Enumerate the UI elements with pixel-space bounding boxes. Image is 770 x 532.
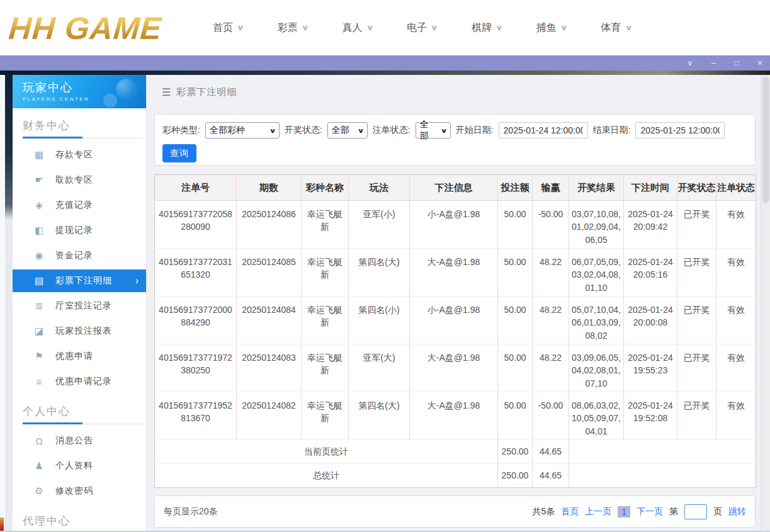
col-bet-id: 注单号 xyxy=(155,175,237,201)
next-page-link[interactable]: 下一页 xyxy=(637,506,663,518)
cell-bet-amount: 50.00 xyxy=(498,249,533,297)
sidebar-title: 玩家中心 xyxy=(23,80,146,95)
cell-bet-time: 2025-01-24 19:52:08 xyxy=(624,392,677,440)
window-menu-icon[interactable]: ∨ xyxy=(685,59,695,67)
sidebar-item-funds-record[interactable]: ◉ 资金记录 xyxy=(13,243,146,268)
total-count: 共5条 xyxy=(532,506,555,518)
cell-draw-status: 已开奖 xyxy=(677,392,716,440)
cell-bet-amount: 50.00 xyxy=(498,297,533,344)
summary-empty xyxy=(569,464,756,488)
sidebar-item-lottery-bet-detail[interactable]: ▤ 彩票下注明细 › xyxy=(13,269,146,292)
cell-bet-status: 有效 xyxy=(716,344,756,392)
cell-period: 20250124082 xyxy=(237,392,302,440)
cell-period: 20250124084 xyxy=(237,297,302,344)
nav-item-fishing[interactable]: 捕鱼 ∨ xyxy=(536,21,567,35)
sidebar-item-label: 厅室投注记录 xyxy=(55,300,112,312)
col-win-loss: 输赢 xyxy=(533,175,569,201)
sidebar-item-deposit[interactable]: ▦ 存款专区 xyxy=(13,142,146,167)
prev-page-link[interactable]: 上一页 xyxy=(585,506,611,518)
nav-item-boardgames[interactable]: 棋牌 ∨ xyxy=(472,21,502,35)
sidebar-item-label: 优惠申请 xyxy=(55,351,93,362)
summary-row-total: 总统计 250.00 44.65 xyxy=(155,464,756,488)
cell-win-loss: 48.22 xyxy=(533,344,569,392)
nav-item-sports[interactable]: 体育 ∨ xyxy=(601,21,632,35)
cell-play: 第四名(大) xyxy=(349,249,410,297)
cell-draw-result: 05,07,10,04,06,01,03,09,08,02 xyxy=(569,297,624,344)
sidebar-item-profile[interactable]: ♟ 个人资料 xyxy=(13,453,146,478)
sidebar-item-hall-bet-record[interactable]: ≣ 厅室投注记录 xyxy=(13,293,146,319)
record-list-icon: ≣ xyxy=(33,300,45,312)
sidebar-item-messages[interactable]: Ω 消息公告 xyxy=(13,428,146,453)
jump-link[interactable]: 跳转 xyxy=(728,506,746,518)
purse-icon: ◉ xyxy=(33,250,45,261)
filter-panel: 彩种类型: 全部彩种 ∨ 开奖状态: 全部 ∨ 注单状态: 全部 ∨ xyxy=(154,114,756,166)
sidebar-item-label: 提现记录 xyxy=(55,225,93,236)
first-page-link[interactable]: 首页 xyxy=(561,506,579,518)
money-bag-icon: ◈ xyxy=(33,200,45,211)
lottery-type-select[interactable]: 全部彩种 ∨ xyxy=(205,122,280,139)
nav-item-lottery[interactable]: 彩票 ∨ xyxy=(278,21,309,35)
person-icon: ♟ xyxy=(33,460,45,472)
current-page-badge[interactable]: 1 xyxy=(618,506,630,518)
jump-prefix: 第 xyxy=(669,506,678,518)
sidebar-item-recharge-record[interactable]: ◈ 充值记录 xyxy=(13,193,146,218)
summary-win-total: 44.65 xyxy=(533,464,569,488)
sidebar-item-withdraw[interactable]: ☛ 取款专区 xyxy=(13,167,146,193)
wallet-icon: ◧ xyxy=(33,225,45,236)
maximize-icon[interactable]: □ xyxy=(732,59,742,67)
col-play: 玩法 xyxy=(349,175,410,201)
table-row: 401569173772031651320 20250124085 幸运飞艇新 … xyxy=(155,249,756,297)
col-draw-result: 开奖结果 xyxy=(569,175,624,201)
search-button[interactable]: 查询 xyxy=(162,144,196,162)
sidebar-item-change-password[interactable]: ⚙ 修改密码 xyxy=(13,478,146,504)
sidebar-item-label: 消息公告 xyxy=(55,435,93,446)
scrollbar-thumb[interactable] xyxy=(762,77,769,203)
end-date-input[interactable] xyxy=(635,122,725,139)
close-icon[interactable]: × xyxy=(755,59,765,67)
vertical-scrollbar[interactable] xyxy=(761,75,770,532)
chevron-down-icon: ∨ xyxy=(495,23,504,32)
table-row: 401569173772058280090 20250124086 幸运飞艇新 … xyxy=(155,201,756,249)
brand-logo[interactable]: HH GAME xyxy=(8,6,164,50)
col-bet-info: 下注信息 xyxy=(410,175,498,201)
nav-item-label: 电子 xyxy=(407,21,427,35)
summary-row-current-page: 当前页统计 250.00 44.65 xyxy=(155,440,756,464)
chevron-down-icon: ∨ xyxy=(625,23,633,32)
sidebar-item-promo-apply[interactable]: ⚑ 优惠申请 xyxy=(13,344,146,369)
nav-item-live[interactable]: 真人 ∨ xyxy=(343,21,373,35)
chevron-down-icon: ∨ xyxy=(431,23,439,32)
cell-period: 20250124083 xyxy=(237,344,302,392)
cell-lottery-name: 幸运飞艇新 xyxy=(302,201,349,249)
jump-suffix: 页 xyxy=(713,506,722,518)
sidebar-item-label: 修改密码 xyxy=(55,485,93,497)
col-bet-time: 下注时间 xyxy=(624,175,677,201)
start-date-input[interactable] xyxy=(499,122,588,139)
cell-bet-amount: 50.00 xyxy=(498,344,533,392)
cell-draw-result: 06,07,05,09,03,02,04,08,01,10 xyxy=(569,249,624,297)
cell-bet-time: 2025-01-24 20:09:42 xyxy=(624,201,677,249)
nav-item-slots[interactable]: 电子 ∨ xyxy=(407,21,438,35)
bets-table: 注单号 期数 彩种名称 玩法 下注信息 投注额 输赢 开奖结果 下注时间 开奖状… xyxy=(154,174,756,488)
window-controls: ∨ − □ × xyxy=(685,55,765,71)
hamburger-icon[interactable]: ☰ xyxy=(162,86,171,98)
cell-bet-time: 2025-01-24 20:00:08 xyxy=(624,297,677,344)
lottery-type-label: 彩种类型: xyxy=(162,125,200,136)
cell-bet-info: 大-A盘@1.98 xyxy=(410,249,498,297)
sidebar-item-player-bet-report[interactable]: ◪ 玩家投注报表 xyxy=(13,319,146,344)
chevron-down-icon: ∨ xyxy=(560,23,568,32)
cell-win-loss: -50.00 xyxy=(533,392,569,440)
nav-item-label: 彩票 xyxy=(278,21,298,35)
sidebar-item-withdrawal-record[interactable]: ◧ 提现记录 xyxy=(13,218,146,243)
sidebar-subtitle: PLAYERS CENTER xyxy=(23,96,146,102)
sidebar-item-promo-apply-record[interactable]: ≡ 优惠申请记录 xyxy=(13,369,146,394)
nav-item-home[interactable]: 首页 ∨ xyxy=(213,21,244,35)
cell-bet-amount: 50.00 xyxy=(498,201,533,249)
end-date-label: 结束日期: xyxy=(593,125,631,136)
jump-page-input[interactable] xyxy=(684,504,707,519)
minimize-icon[interactable]: − xyxy=(708,59,718,67)
bet-status-select[interactable]: 全部 ∨ xyxy=(416,122,451,139)
cell-bet-status: 有效 xyxy=(716,201,756,249)
nav-item-label: 首页 xyxy=(213,21,233,35)
draw-status-select[interactable]: 全部 ∨ xyxy=(327,122,368,139)
bet-status-label: 注单状态: xyxy=(373,125,410,136)
